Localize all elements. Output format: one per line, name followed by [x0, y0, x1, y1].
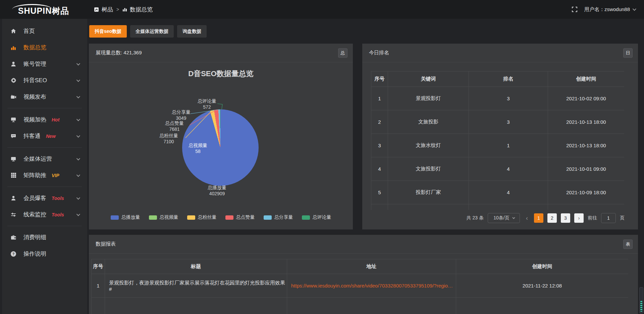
sidebar-item-home[interactable]: 首页	[2, 23, 87, 39]
col-created-at: 创建时间	[456, 259, 629, 274]
table-row: 1景观投影灯32021-10-02 09:00	[371, 87, 625, 110]
breadcrumb-current: 数据总览	[130, 6, 153, 13]
sidebar-divider	[7, 147, 82, 148]
sidebar-item-douketong[interactable]: 抖客通 New	[2, 128, 87, 144]
report-card-title: 数据报表	[96, 241, 116, 247]
legend-item-videos[interactable]: 总视频量	[149, 214, 178, 220]
sidebar-item-member-leads[interactable]: 会员爆客 Tools	[2, 190, 87, 206]
breadcrumb: 树品 > 数据总览	[94, 6, 153, 13]
tab-media-operation-data[interactable]: 全媒体运营数据	[130, 25, 174, 38]
goto-suffix-label: 页	[620, 215, 625, 221]
page-button-2[interactable]: 2	[547, 213, 557, 223]
fullscreen-icon[interactable]	[572, 6, 578, 12]
legend-item-likes[interactable]: 总点赞量	[225, 214, 255, 220]
bar-chart-icon	[122, 7, 127, 12]
pie-label-videos: 总视频量58	[179, 142, 216, 154]
rank-card-header: 今日排名 日	[362, 44, 638, 62]
day-view-button[interactable]: 日	[623, 48, 633, 58]
username-label: 用户名：zswodun88	[584, 6, 630, 13]
sidebar-item-label: 矩阵助推	[23, 171, 46, 179]
legend-item-shares[interactable]: 总分享量	[264, 214, 293, 220]
sidebar-item-consumption-detail[interactable]: 消费明细	[2, 229, 87, 246]
chart-card-header: 展现量总数: 421,369 总	[89, 44, 353, 62]
today-rank-card: 今日排名 日 序号 关键词 排名 创建时间 1景观投影灯32021-10-02 …	[362, 44, 638, 229]
sidebar-item-label: 视频加热	[23, 116, 46, 123]
main-content: 抖音seo数据 全媒体运营数据 询盘数据 展现量总数: 421,369 总 D音…	[87, 19, 644, 314]
video-publish-icon	[10, 94, 17, 100]
next-page-button[interactable]: ›	[574, 213, 584, 223]
chevron-down-icon	[512, 216, 515, 219]
chart-legend: 总播放量 总视频量 总粉丝量 总点赞量 总分享量 总评论量	[89, 214, 353, 220]
sidebar-item-douyin-seo[interactable]: 抖音SEO	[2, 72, 87, 89]
tools-badge: Tools	[52, 196, 64, 201]
home-icon	[10, 28, 17, 35]
total-view-button[interactable]: 总	[338, 48, 347, 58]
seo-chart-card: 展现量总数: 421,369 总 D音SEO数据量总览 总评论量572 总分享量…	[89, 44, 353, 229]
sidebar-item-clue-monitor[interactable]: 线索监控 Tools	[2, 206, 87, 223]
hot-badge: Hot	[52, 117, 59, 122]
sidebar-item-matrix-boost[interactable]: 矩阵助推 VIP	[2, 167, 87, 184]
col-rank: 排名	[469, 71, 548, 87]
grid-icon	[10, 172, 17, 179]
sidebar-item-account-management[interactable]: 账号管理	[2, 56, 87, 72]
breadcrumb-root[interactable]: 树品	[102, 6, 113, 13]
sidebar-item-media-operation[interactable]: 全媒体运营	[2, 151, 87, 167]
table-view-button[interactable]: 表	[623, 240, 633, 249]
report-card-header: 数据报表 表	[89, 235, 638, 254]
vip-badge: VIP	[52, 173, 59, 178]
svg-text:?: ?	[12, 252, 14, 256]
table-header-row: 序号 标题 地址 创建时间	[92, 259, 629, 274]
page-scrollbar-thumb[interactable]	[640, 301, 642, 312]
table-row: 4文旅投影灯42021-10-01 09:00	[371, 157, 625, 181]
bar-chart-icon	[10, 44, 17, 51]
sidebar-item-label: 账号管理	[23, 60, 46, 68]
sidebar-divider	[7, 108, 82, 108]
monitor-icon	[10, 156, 17, 162]
table-header-row: 序号 关键词 排名 创建时间	[371, 71, 625, 87]
data-tabs: 抖音seo数据 全媒体运营数据 询盘数据	[89, 25, 207, 38]
tab-inquiry-data[interactable]: 询盘数据	[177, 25, 207, 38]
sidebar-item-video-heating[interactable]: 视频加热 Hot	[2, 111, 87, 128]
sidebar-item-video-publish[interactable]: 视频发布	[2, 89, 87, 105]
chevron-down-icon	[76, 134, 80, 137]
pie-label-shares: 总分享量3049	[163, 109, 200, 121]
page-size-select[interactable]: 10条/页	[488, 213, 520, 223]
legend-item-comments[interactable]: 总评论量	[302, 214, 331, 220]
user-menu[interactable]: 用户名：zswodun88	[584, 6, 635, 13]
goto-page-input[interactable]	[601, 213, 616, 223]
video-link[interactable]: https://www.iesdouyin.com/share/video/70…	[287, 274, 456, 298]
top-header: SHUPIN树品 树品 > 数据总览 用户名：zswodun88	[0, 0, 644, 19]
pie-label-likes: 总点赞量7681	[156, 120, 193, 132]
sidebar-item-label: 全媒体运营	[23, 155, 52, 163]
chevron-down-icon	[76, 196, 80, 199]
sidebar-item-data-overview[interactable]: 数据总览	[2, 39, 87, 56]
legend-item-plays[interactable]: 总播放量	[111, 214, 140, 220]
sidebar-item-operation-guide[interactable]: ? 操作说明	[2, 246, 87, 262]
board-icon	[94, 7, 99, 12]
chevron-down-icon	[76, 117, 80, 121]
col-url: 地址	[287, 259, 456, 274]
prev-page-button[interactable]: ‹	[524, 215, 530, 222]
sidebar-item-label: 线索监控	[23, 211, 46, 218]
chevron-down-icon	[76, 156, 80, 160]
rank-table: 序号 关键词 排名 创建时间 1景观投影灯32021-10-02 09:00 2…	[371, 71, 624, 210]
app-logo: SHUPIN树品	[0, 3, 87, 16]
gear-icon	[10, 77, 17, 84]
chart-title: D音SEO数据量总览	[89, 69, 353, 79]
sidebar-item-label: 消费明细	[23, 233, 46, 241]
chat-bubble-icon	[10, 133, 17, 140]
sidebar-item-label: 视频发布	[23, 93, 46, 101]
pagination: 共 23 条 10条/页 ‹ 1 2 3 › 前往 页	[362, 213, 625, 223]
user-icon	[10, 61, 17, 67]
chevron-down-icon	[76, 173, 80, 176]
table-row: 2文旅投影32021-10-13 18:00	[371, 110, 625, 134]
impressions-total-label: 展现量总数: 421,369	[96, 50, 142, 56]
sidebar-item-label: 数据总览	[23, 44, 46, 51]
pie-label-plays: 总播放量402909	[199, 185, 235, 197]
table-row: 1 景观投影灯，夜游景观投影灯厂家展示展示落花灯在花园里的灯光投影应用效果 # …	[92, 274, 629, 298]
page-button-3[interactable]: 3	[561, 213, 570, 223]
page-button-1[interactable]: 1	[534, 213, 543, 223]
tab-douyin-seo-data[interactable]: 抖音seo数据	[89, 25, 127, 38]
screen-heat-icon	[10, 116, 17, 123]
legend-item-fans[interactable]: 总粉丝量	[187, 214, 217, 220]
